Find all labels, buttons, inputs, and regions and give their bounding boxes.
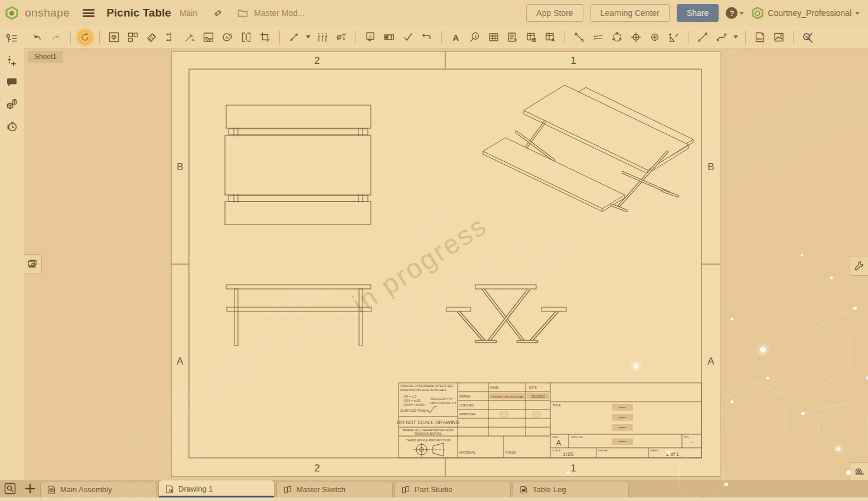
drawing-sheet[interactable]: 2 1 2 1 B A B A in progress <box>171 51 720 477</box>
part-icon <box>519 485 528 495</box>
sheet-tab[interactable]: Sheet1 <box>28 51 63 63</box>
tab-part-studio[interactable]: Part Studio <box>394 481 511 497</box>
auxiliary-view-button[interactable] <box>144 30 159 45</box>
check-symbol-button[interactable] <box>400 30 416 45</box>
redo-button[interactable] <box>48 30 64 45</box>
user-name: Courtney_Professional <box>768 8 851 18</box>
projected-view-button[interactable] <box>125 30 141 45</box>
circular-centerline-button[interactable] <box>609 30 625 45</box>
svg-text:UNLESS OTHERWISE SPECIFIED,: UNLESS OTHERWISE SPECIFIED, <box>400 384 454 388</box>
projection-label: THIRD ANGLE PROJECTION <box>406 438 451 442</box>
aligned-section-button[interactable] <box>182 30 197 45</box>
workspace-label[interactable]: Main <box>180 8 197 18</box>
hamburger-menu-icon[interactable] <box>83 9 94 17</box>
spline-dropdown-caret[interactable] <box>733 35 739 38</box>
svg-text:B: B <box>707 161 714 173</box>
drawn-date-value: 02/18/2023 <box>531 395 545 398</box>
parent-folder-label[interactable]: Master Mod... <box>254 8 305 18</box>
tab-label: Part Studio <box>415 485 452 494</box>
comments-icon[interactable] <box>5 76 19 90</box>
tab-main-assembly[interactable]: Main Assembly <box>40 481 156 497</box>
tab-drawing-1[interactable]: Drawing 1 <box>158 480 275 497</box>
share-button[interactable]: Share <box>677 4 719 22</box>
approved-name-placeholder[interactable] <box>500 412 508 417</box>
tab-master-sketch[interactable]: Master Sketch <box>276 481 393 497</box>
help-icon[interactable]: ? <box>726 7 738 19</box>
svg-text:CHECKED: CHECKED <box>459 404 474 407</box>
link-icon[interactable] <box>213 8 223 18</box>
parts-help-icon[interactable] <box>5 97 19 112</box>
tab-label: Drawing 1 <box>178 484 213 493</box>
export-dxf-button[interactable]: DXF <box>752 30 768 45</box>
svg-text:MATERIAL: MATERIAL <box>459 451 476 454</box>
leader-callout-button[interactable] <box>419 30 435 45</box>
help-menu[interactable]: ? <box>726 7 744 19</box>
assembly-icon <box>47 485 56 495</box>
measure-tool-button[interactable] <box>800 30 815 45</box>
approved-date-placeholder[interactable] <box>533 412 540 417</box>
user-menu[interactable]: Courtney_Professional <box>751 6 860 19</box>
undo-button[interactable] <box>30 30 45 45</box>
update-views-button[interactable] <box>77 30 93 45</box>
rev-value: - <box>691 440 693 445</box>
diameter-dimension-button[interactable] <box>334 30 349 45</box>
tab-table-leg[interactable]: Table Leg <box>513 481 629 497</box>
bend-table-button[interactable] <box>543 30 558 45</box>
toolbar-separator <box>745 31 746 44</box>
line-tool-button[interactable] <box>695 30 710 45</box>
svg-text:1: 1 <box>474 34 477 39</box>
svg-text:.XXX = ±.00: .XXX = ±.00 <box>403 399 420 402</box>
measure-tape-toggle[interactable] <box>850 462 868 482</box>
toolbar-separator <box>99 31 100 44</box>
learning-center-button[interactable]: Learning Center <box>590 4 670 22</box>
svg-text:A: A <box>453 32 459 42</box>
crop-view-button[interactable] <box>257 30 273 45</box>
point-to-point-button[interactable] <box>572 30 587 45</box>
text-button[interactable]: A <box>448 30 464 45</box>
balloon-button[interactable]: 1 <box>467 30 482 45</box>
add-sheet-icon[interactable] <box>5 54 19 68</box>
svg-text:----: ---- <box>619 414 626 420</box>
table-button[interactable] <box>486 30 501 45</box>
user-org-logo-icon <box>751 6 764 19</box>
export-image-button[interactable] <box>771 30 787 45</box>
dimension-dropdown-caret[interactable] <box>305 35 311 38</box>
chamfer-note-button[interactable] <box>666 30 681 45</box>
section-view-button[interactable] <box>163 30 178 45</box>
app-store-button[interactable]: App Store <box>526 4 583 22</box>
spline-tool-button[interactable] <box>714 30 729 45</box>
do-not-scale-note: DO NOT SCALE DRAWING <box>397 419 459 425</box>
add-tab-button[interactable] <box>20 480 40 497</box>
wrench-panel-toggle[interactable] <box>850 256 868 276</box>
ordinate-dimension-button[interactable] <box>315 30 330 45</box>
note-button[interactable]: A <box>363 30 378 45</box>
history-icon[interactable] <box>5 119 19 134</box>
bom-table-button[interactable] <box>505 30 520 45</box>
detail-view-button[interactable]: A <box>220 30 235 45</box>
sheet-list-icon[interactable] <box>5 32 19 46</box>
toolbar-separator <box>793 31 794 44</box>
onshape-logo-icon[interactable] <box>5 6 19 20</box>
break-view-button[interactable] <box>239 30 254 45</box>
center-mark-button[interactable] <box>628 30 644 45</box>
insert-view-button[interactable] <box>106 30 122 45</box>
part-studio-icon <box>401 485 410 495</box>
sheet-label: SHEET <box>650 449 659 452</box>
hole-table-button[interactable] <box>524 30 539 45</box>
drawing-canvas[interactable]: Sheet1 2 1 2 1 B A B A in progress <box>24 48 868 480</box>
centerline-button[interactable] <box>590 30 606 45</box>
svg-text:A: A <box>177 356 184 367</box>
tab-label: Master Sketch <box>296 485 345 494</box>
chevron-down-icon <box>739 12 744 15</box>
svg-text:1: 1 <box>570 55 576 66</box>
toolbar-separator <box>441 31 442 44</box>
centroid-mark-button[interactable] <box>647 30 663 45</box>
svg-text:DXF: DXF <box>757 37 764 41</box>
broken-out-section-button[interactable] <box>201 30 216 45</box>
dimension-button[interactable] <box>286 30 302 45</box>
chevron-down-icon <box>855 12 860 15</box>
tab-search-button[interactable] <box>0 480 20 497</box>
sheets-panel-toggle[interactable] <box>24 254 42 274</box>
geometric-tolerance-button[interactable] <box>381 30 397 45</box>
size-value: A <box>556 438 562 447</box>
